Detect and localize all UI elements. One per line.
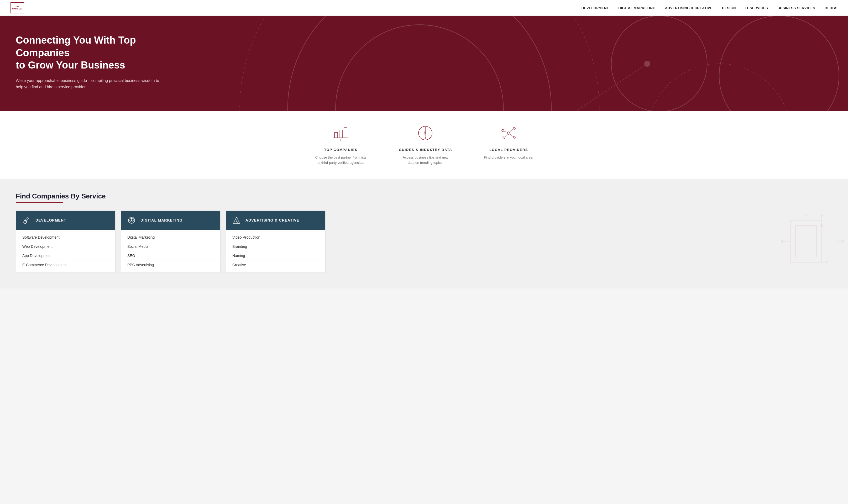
svg-line-9 bbox=[539, 64, 647, 111]
svg-point-1 bbox=[288, 16, 551, 111]
service-card-advertising: A ADVERTISING & CREATIVE Video Productio… bbox=[226, 211, 326, 273]
feature-local-providers-desc: Find providers in your local area. bbox=[484, 155, 534, 160]
card-header-advertising: A ADVERTISING & CREATIVE bbox=[226, 211, 325, 230]
svg-line-29 bbox=[504, 131, 507, 132]
list-item[interactable]: Creative bbox=[226, 260, 325, 269]
nav-item-advertising[interactable]: ADVERTISING & CREATIVE bbox=[665, 5, 712, 10]
feature-top-companies-desc: Choose the best partner from lists of th… bbox=[314, 155, 367, 166]
svg-line-30 bbox=[510, 129, 513, 132]
network-svg bbox=[500, 125, 517, 142]
list-item[interactable]: Video Production bbox=[226, 233, 325, 242]
compass-icon bbox=[416, 124, 435, 143]
development-list: Software Development Web Development App… bbox=[16, 230, 115, 272]
list-item[interactable]: Naming bbox=[226, 251, 325, 260]
nav-link-business-services[interactable]: BUSINESS SERVICES bbox=[777, 6, 815, 10]
feature-top-companies-title: TOP COMPANIES bbox=[324, 148, 358, 152]
chart-svg bbox=[332, 125, 349, 142]
svg-text:A: A bbox=[236, 220, 238, 223]
advertising-list: Video Production Branding Naming Creativ… bbox=[226, 230, 325, 272]
nav-link-blogs[interactable]: BLOGS bbox=[825, 6, 837, 10]
svg-rect-10 bbox=[335, 132, 338, 138]
heading-underline bbox=[16, 202, 63, 203]
card-header-digital-marketing-label: DIGITAL MARKETING bbox=[141, 218, 182, 222]
nav-item-digital-marketing[interactable]: DIGITAL MARKETING bbox=[618, 5, 655, 10]
nav-item-blogs[interactable]: BLOGS bbox=[825, 5, 837, 10]
svg-marker-23 bbox=[424, 133, 426, 138]
feature-local-providers-title: LOCAL PROVIDERS bbox=[489, 148, 528, 152]
advertising-icon: A bbox=[231, 215, 242, 226]
feature-local-providers: LOCAL PROVIDERS Find providers in your l… bbox=[468, 124, 549, 166]
svg-point-24 bbox=[507, 132, 510, 134]
target-icon bbox=[127, 216, 136, 224]
logo[interactable]: THEMANIFEST bbox=[11, 2, 24, 13]
chart-icon bbox=[331, 124, 350, 143]
svg-point-2 bbox=[240, 16, 599, 111]
find-section-heading: Find Companies By Service bbox=[16, 192, 832, 200]
card-header-advertising-label: ADVERTISING & CREATIVE bbox=[246, 218, 299, 222]
svg-point-27 bbox=[513, 136, 516, 138]
svg-point-50 bbox=[131, 219, 132, 221]
nav-item-design[interactable]: DESIGN bbox=[722, 5, 736, 10]
list-item[interactable]: Web Development bbox=[16, 242, 115, 251]
nav-link-advertising[interactable]: ADVERTISING & CREATIVE bbox=[665, 6, 712, 10]
feature-top-companies: TOP COMPANIES Choose the best partner fr… bbox=[299, 124, 383, 166]
hero-subtext: We're your approachable business guide –… bbox=[16, 77, 163, 90]
nav-links: DEVELOPMENT DIGITAL MARKETING ADVERTISIN… bbox=[581, 5, 837, 10]
list-item[interactable]: Branding bbox=[226, 242, 325, 251]
svg-marker-22 bbox=[424, 128, 426, 133]
feature-guides: GUIDES & INDUSTRY DATA Access business t… bbox=[383, 124, 468, 166]
svg-point-4 bbox=[647, 64, 791, 111]
nav-item-business-services[interactable]: BUSINESS SERVICES bbox=[777, 5, 815, 10]
list-item[interactable]: PPC Advertising bbox=[121, 260, 220, 269]
nav-link-development[interactable]: DEVELOPMENT bbox=[581, 6, 609, 10]
digital-marketing-list: Digital Marketing Social Media SEO PPC A… bbox=[121, 230, 220, 272]
list-item[interactable]: Social Media bbox=[121, 242, 220, 251]
svg-point-5 bbox=[719, 16, 839, 111]
nav-item-it-services[interactable]: IT SERVICES bbox=[745, 5, 768, 10]
card-header-digital-marketing: DIGITAL MARKETING bbox=[121, 211, 220, 230]
list-item[interactable]: Digital Marketing bbox=[121, 233, 220, 242]
hero-content: Connecting You With Top Companies to Gro… bbox=[16, 34, 179, 90]
list-item[interactable]: SEO bbox=[121, 251, 220, 260]
hero-heading-line2: to Grow Your Business bbox=[16, 59, 125, 71]
feature-guides-title: GUIDES & INDUSTRY DATA bbox=[399, 148, 452, 152]
svg-rect-11 bbox=[339, 130, 342, 138]
logo-text: THEMANIFEST bbox=[12, 5, 22, 10]
svg-point-26 bbox=[513, 127, 516, 129]
network-icon bbox=[499, 124, 518, 143]
nav-item-development[interactable]: DEVELOPMENT bbox=[581, 5, 609, 10]
compass-svg bbox=[417, 125, 434, 142]
wrench-icon bbox=[22, 216, 31, 224]
hero-heading-line1: Connecting You With Top Companies bbox=[16, 35, 136, 58]
svg-rect-12 bbox=[344, 127, 347, 138]
svg-point-8 bbox=[644, 61, 650, 67]
svg-point-46 bbox=[842, 240, 844, 242]
svg-point-25 bbox=[502, 129, 504, 131]
service-cards-row: DEVELOPMENT Software Development Web Dev… bbox=[16, 211, 832, 273]
list-item[interactable]: App Development bbox=[16, 251, 115, 260]
feature-guides-desc: Access business tips and new data on tre… bbox=[399, 155, 452, 166]
card-header-development-label: DEVELOPMENT bbox=[35, 218, 67, 222]
main-nav: THEMANIFEST DEVELOPMENT DIGITAL MARKETIN… bbox=[0, 0, 848, 16]
features-section: TOP COMPANIES Choose the best partner fr… bbox=[0, 111, 848, 179]
hero-heading: Connecting You With Top Companies to Gro… bbox=[16, 34, 179, 72]
digital-marketing-icon bbox=[126, 215, 137, 226]
svg-point-0 bbox=[336, 25, 503, 111]
ad-icon: A bbox=[232, 216, 241, 224]
logo-box: THEMANIFEST bbox=[11, 2, 24, 13]
nav-link-it-services[interactable]: IT SERVICES bbox=[745, 6, 768, 10]
service-card-digital-marketing: DIGITAL MARKETING Digital Marketing Soci… bbox=[121, 211, 220, 273]
find-section: Find Companies By Service DEVELOPMENT So… bbox=[0, 179, 848, 288]
nav-link-design[interactable]: DESIGN bbox=[722, 6, 736, 10]
list-item[interactable]: E-Commerce Development bbox=[16, 260, 115, 269]
card-header-development: DEVELOPMENT bbox=[16, 211, 115, 230]
svg-line-32 bbox=[505, 134, 507, 137]
nav-link-digital-marketing[interactable]: DIGITAL MARKETING bbox=[618, 6, 655, 10]
svg-point-28 bbox=[503, 137, 505, 139]
hero-section: Connecting You With Top Companies to Gro… bbox=[0, 16, 848, 111]
development-icon bbox=[21, 215, 32, 226]
svg-line-31 bbox=[510, 134, 513, 137]
list-item[interactable]: Software Development bbox=[16, 233, 115, 242]
service-card-development: DEVELOPMENT Software Development Web Dev… bbox=[16, 211, 115, 273]
svg-point-3 bbox=[611, 16, 707, 111]
